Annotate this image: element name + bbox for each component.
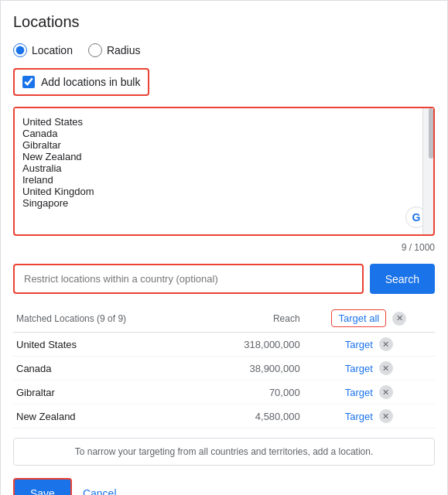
search-row: Search [13, 264, 435, 294]
table-row: United States 318,000,000 Target ✕ [13, 333, 435, 357]
row-close-icon[interactable]: ✕ [379, 361, 393, 375]
locations-textarea[interactable]: United States Canada Gibraltar New Zeala… [15, 108, 433, 232]
textarea-scrollbar[interactable] [422, 108, 433, 234]
target-button[interactable]: Target [345, 363, 373, 374]
action-cell: Target ✕ [303, 405, 435, 428]
radius-radio[interactable] [88, 43, 102, 57]
row-close-icon[interactable]: ✕ [379, 337, 393, 351]
action-cell: Target ✕ [303, 381, 435, 405]
matched-locations-section: Matched Locations (9 of 9) Reach Target … [13, 305, 435, 428]
targeting-type-group: Location Radius [13, 43, 435, 57]
textarea-count: 9 / 1000 [13, 242, 435, 253]
table-row: Gibraltar 70,000 Target ✕ [13, 381, 435, 405]
target-button[interactable]: Target [345, 411, 373, 422]
locations-panel: Locations Location Radius Add locations … [0, 0, 448, 495]
location-name: Gibraltar [13, 381, 202, 405]
action-cell: Target ✕ [303, 357, 435, 381]
target-button[interactable]: Target [345, 387, 373, 398]
target-all-button[interactable]: Target all [331, 309, 386, 327]
action-cell: Target ✕ [303, 333, 435, 357]
radius-radio-label[interactable]: Radius [88, 43, 141, 57]
col-header-action: Target all ✕ [303, 305, 435, 333]
grammarly-letter: G [412, 211, 421, 224]
location-radio-label[interactable]: Location [13, 43, 73, 57]
location-name: New Zealand [13, 405, 202, 428]
radius-radio-text: Radius [107, 44, 141, 56]
row-close-icon[interactable]: ✕ [379, 385, 393, 399]
col-header-reach: Reach [202, 305, 303, 333]
table-row: Canada 38,900,000 Target ✕ [13, 357, 435, 381]
location-radio-text: Location [32, 44, 73, 56]
search-button[interactable]: Search [370, 264, 435, 294]
reach-value: 4,580,000 [202, 405, 303, 428]
target-all-close-icon[interactable]: ✕ [392, 312, 406, 326]
search-input[interactable] [13, 264, 364, 294]
reach-value: 70,000 [202, 381, 303, 405]
location-radio[interactable] [13, 43, 27, 57]
location-name: Canada [13, 357, 202, 381]
table-row: New Zealand 4,580,000 Target ✕ [13, 405, 435, 428]
bulk-checkbox-section: Add locations in bulk [13, 68, 149, 96]
cancel-button[interactable]: Cancel [83, 487, 117, 495]
narrow-hint: To narrow your targeting from all countr… [13, 438, 435, 466]
target-all-group: Target all ✕ [306, 309, 432, 327]
bulk-checkbox-label: Add locations in bulk [41, 76, 140, 88]
locations-textarea-wrapper: United States Canada Gibraltar New Zeala… [13, 107, 435, 236]
bulk-checkbox[interactable] [22, 76, 35, 88]
row-close-icon[interactable]: ✕ [379, 409, 393, 423]
page-title: Locations [13, 13, 435, 31]
table-header-row: Matched Locations (9 of 9) Reach Target … [13, 305, 435, 333]
location-name: United States [13, 333, 202, 357]
reach-value: 318,000,000 [202, 333, 303, 357]
scrollbar-thumb [429, 108, 433, 159]
footer-row: Save Cancel [13, 478, 435, 495]
col-header-locations: Matched Locations (9 of 9) [13, 305, 202, 333]
matched-locations-table: Matched Locations (9 of 9) Reach Target … [13, 305, 435, 428]
target-button[interactable]: Target [345, 339, 373, 350]
matched-locations-body: United States 318,000,000 Target ✕ Canad… [13, 333, 435, 428]
reach-value: 38,900,000 [202, 357, 303, 381]
save-button[interactable]: Save [13, 478, 72, 495]
